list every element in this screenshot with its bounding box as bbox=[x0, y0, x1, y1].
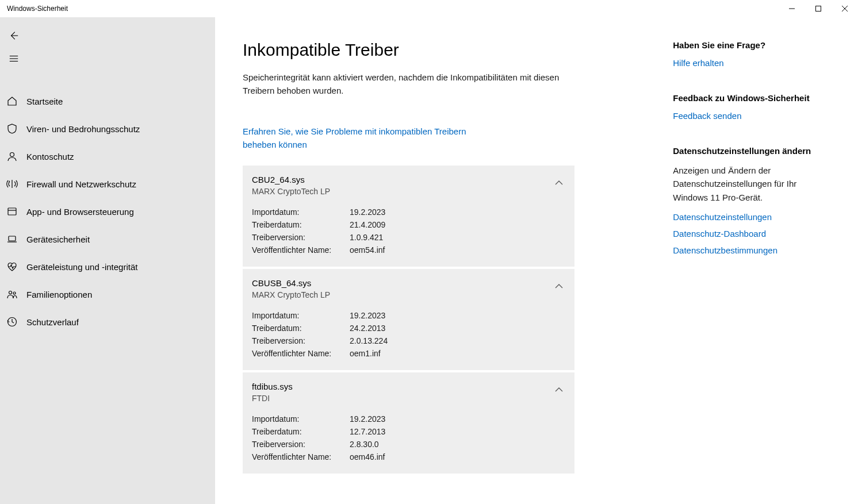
sidebar-item-label: Kontoschutz bbox=[26, 152, 74, 161]
page-title: Inkompatible Treiber bbox=[243, 40, 598, 60]
sidebar-item-home[interactable]: Startseite bbox=[0, 87, 215, 115]
person-icon bbox=[6, 150, 18, 163]
sidebar-item-label: Schutzverlauf bbox=[26, 317, 79, 327]
value-import-date: 19.2.2023 bbox=[350, 206, 565, 218]
driver-name: CBU2_64.sys bbox=[252, 175, 565, 184]
main-content: Inkompatible Treiber Speicherintegrität … bbox=[243, 40, 598, 504]
privacy-policy-link[interactable]: Datenschutzbestimmungen bbox=[673, 245, 830, 255]
aside: Haben Sie eine Frage? Hilfe erhalten Fee… bbox=[673, 40, 830, 504]
value-driver-version: 2.0.13.224 bbox=[350, 335, 565, 347]
driver-name: ftdibus.sys bbox=[252, 382, 565, 391]
back-button[interactable] bbox=[0, 24, 28, 47]
value-import-date: 19.2.2023 bbox=[350, 413, 565, 425]
aside-question-title: Haben Sie eine Frage? bbox=[673, 40, 830, 50]
svg-point-14 bbox=[13, 292, 16, 294]
driver-vendor: FTDI bbox=[252, 394, 565, 403]
driver-details: Importdatum:19.2.2023Treiberdatum:12.7.2… bbox=[252, 413, 565, 463]
sidebar-item-label: Gerätesicherheit bbox=[26, 234, 90, 244]
label-published-name: Veröffentlichter Name: bbox=[252, 348, 350, 360]
sidebar-item-virus[interactable]: Viren- und Bedrohungsschutz bbox=[0, 115, 215, 143]
chevron-up-icon bbox=[555, 280, 563, 291]
sidebar-item-account[interactable]: Kontoschutz bbox=[0, 143, 215, 170]
sidebar-item-label: Familienoptionen bbox=[26, 290, 92, 299]
label-import-date: Importdatum: bbox=[252, 206, 350, 218]
sidebar-item-label: Firewall und Netzwerkschutz bbox=[26, 179, 136, 189]
label-published-name: Veröffentlichter Name: bbox=[252, 244, 350, 256]
value-published-name: oem46.inf bbox=[350, 451, 565, 463]
window-controls bbox=[779, 0, 858, 17]
heart-icon bbox=[6, 260, 18, 273]
label-driver-date: Treiberdatum: bbox=[252, 426, 350, 438]
chevron-up-icon bbox=[555, 384, 563, 394]
value-driver-date: 12.7.2013 bbox=[350, 426, 565, 438]
sidebar-item-label: Viren- und Bedrohungsschutz bbox=[26, 124, 140, 134]
svg-point-8 bbox=[10, 153, 14, 157]
aside-privacy-text: Anzeigen und Ändern der Datenschutzeinst… bbox=[673, 164, 830, 204]
svg-rect-11 bbox=[9, 236, 16, 241]
label-driver-date: Treiberdatum: bbox=[252, 219, 350, 231]
driver-details: Importdatum:19.2.2023Treiberdatum:21.4.2… bbox=[252, 206, 565, 256]
home-icon bbox=[6, 95, 18, 107]
help-link[interactable]: Hilfe erhalten bbox=[673, 58, 830, 68]
value-driver-version: 2.8.30.0 bbox=[350, 438, 565, 451]
window-title: Windows-Sicherheit bbox=[7, 5, 68, 13]
value-driver-date: 24.2.2013 bbox=[350, 322, 565, 334]
driver-details: Importdatum:19.2.2023Treiberdatum:24.2.2… bbox=[252, 310, 565, 360]
label-import-date: Importdatum: bbox=[252, 310, 350, 322]
value-published-name: oem54.inf bbox=[350, 244, 565, 256]
sidebar-item-device[interactable]: Gerätesicherheit bbox=[0, 225, 215, 253]
label-driver-date: Treiberdatum: bbox=[252, 322, 350, 334]
feedback-link[interactable]: Feedback senden bbox=[673, 111, 830, 121]
value-driver-date: 21.4.2009 bbox=[350, 219, 565, 231]
sidebar-item-history[interactable]: Schutzverlauf bbox=[0, 308, 215, 336]
sidebar-item-firewall[interactable]: Firewall und Netzwerkschutz bbox=[0, 170, 215, 198]
driver-card[interactable]: CBUSB_64.sysMARX CryptoTech LPImportdatu… bbox=[243, 269, 574, 370]
driver-vendor: MARX CryptoTech LP bbox=[252, 187, 565, 196]
chevron-up-icon bbox=[555, 177, 563, 187]
sidebar-item-health[interactable]: Geräteleistung und -integrität bbox=[0, 253, 215, 280]
label-driver-version: Treiberversion: bbox=[252, 438, 350, 451]
sidebar: Startseite Viren- und Bedrohungsschutz K… bbox=[0, 17, 215, 504]
maximize-button[interactable] bbox=[805, 0, 832, 17]
privacy-settings-link[interactable]: Datenschutzeinstellungen bbox=[673, 212, 830, 222]
label-published-name: Veröffentlichter Name: bbox=[252, 451, 350, 463]
svg-point-13 bbox=[9, 291, 12, 294]
value-driver-version: 1.0.9.421 bbox=[350, 232, 565, 244]
label-import-date: Importdatum: bbox=[252, 413, 350, 425]
shield-icon bbox=[6, 122, 18, 135]
sidebar-item-label: Geräteleistung und -integrität bbox=[26, 262, 137, 272]
sidebar-item-label: Startseite bbox=[26, 97, 63, 106]
driver-card[interactable]: ftdibus.sysFTDIImportdatum:19.2.2023Trei… bbox=[243, 372, 574, 474]
value-published-name: oem1.inf bbox=[350, 348, 565, 360]
label-driver-version: Treiberversion: bbox=[252, 335, 350, 347]
aside-privacy-title: Datenschutzeinstellungen ändern bbox=[673, 146, 830, 156]
label-driver-version: Treiberversion: bbox=[252, 232, 350, 244]
driver-card[interactable]: CBU2_64.sysMARX CryptoTech LPImportdatum… bbox=[243, 166, 574, 267]
minimize-button[interactable] bbox=[779, 0, 805, 17]
sidebar-item-family[interactable]: Familienoptionen bbox=[0, 280, 215, 308]
wifi-icon bbox=[6, 178, 18, 190]
history-icon bbox=[6, 316, 18, 328]
laptop-icon bbox=[6, 233, 18, 245]
learn-more-link[interactable]: Erfahren Sie, wie Sie Probleme mit inkom… bbox=[243, 125, 501, 152]
driver-name: CBUSB_64.sys bbox=[252, 278, 565, 288]
sidebar-item-label: App- und Browsersteuerung bbox=[26, 207, 134, 217]
title-bar: Windows-Sicherheit bbox=[0, 0, 858, 17]
window-icon bbox=[6, 205, 18, 218]
page-subtitle: Speicherintegrität kann aktiviert werden… bbox=[243, 71, 576, 97]
svg-rect-1 bbox=[816, 6, 821, 11]
sidebar-item-appbrowser[interactable]: App- und Browsersteuerung bbox=[0, 198, 215, 225]
privacy-dashboard-link[interactable]: Datenschutz-Dashboard bbox=[673, 229, 830, 238]
svg-rect-9 bbox=[8, 208, 16, 215]
driver-vendor: MARX CryptoTech LP bbox=[252, 290, 565, 299]
value-import-date: 19.2.2023 bbox=[350, 310, 565, 322]
close-button[interactable] bbox=[832, 0, 858, 17]
hamburger-button[interactable] bbox=[0, 47, 28, 70]
aside-feedback-title: Feedback zu Windows-Sicherheit bbox=[673, 93, 830, 103]
people-icon bbox=[6, 288, 18, 301]
